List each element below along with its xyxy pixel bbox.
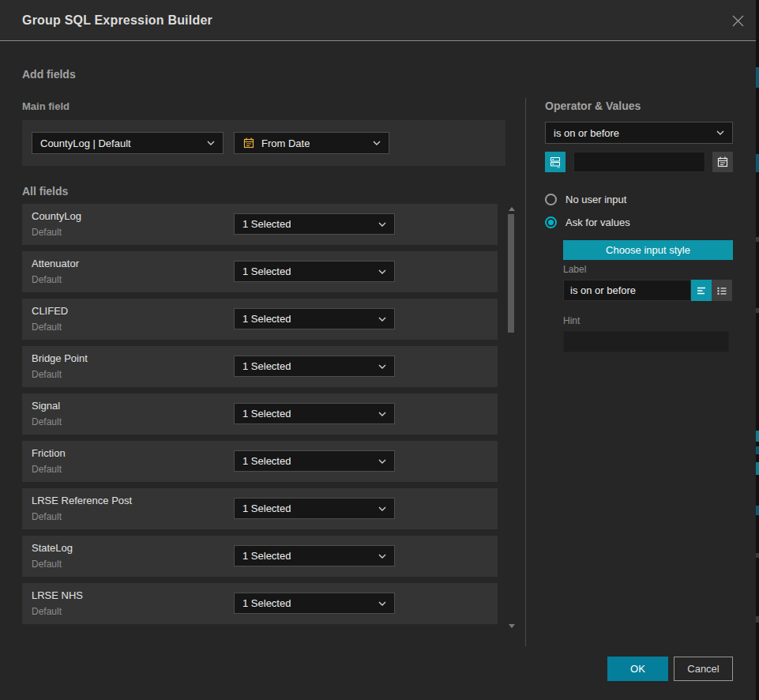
field-values-select[interactable]: 1 Selected — [234, 213, 395, 235]
chevron-down-icon — [378, 412, 386, 416]
field-subtitle: Default — [32, 511, 62, 522]
field-subtitle: Default — [32, 274, 62, 285]
field-row: CountyLog Default 1 Selected — [22, 204, 498, 245]
ok-button[interactable]: OK — [607, 657, 668, 681]
field-values-select-value: 1 Selected — [242, 313, 291, 325]
field-row: Friction Default 1 Selected — [22, 441, 498, 482]
calendar-icon — [242, 137, 255, 149]
field-name: CountyLog — [32, 210, 81, 222]
field-subtitle: Default — [32, 559, 62, 570]
field-name: LRSE Reference Post — [32, 495, 132, 506]
chevron-down-icon — [716, 130, 724, 135]
cancel-button[interactable]: Cancel — [674, 657, 733, 681]
field-row: LRSE Reference Post Default 1 Selected — [22, 488, 498, 529]
chevron-down-icon — [378, 601, 386, 606]
field-values-select[interactable]: 1 Selected — [234, 403, 395, 424]
field-row: CLIFED Default 1 Selected — [22, 299, 498, 340]
chevron-down-icon — [378, 269, 386, 274]
dialog-title: Group SQL Expression Builder — [22, 0, 212, 41]
unique-values-button[interactable] — [545, 152, 565, 172]
scrollbar-down-arrow[interactable] — [509, 624, 515, 628]
chevron-down-icon — [378, 506, 386, 511]
calendar-icon — [716, 156, 729, 168]
field-values-select-value: 1 Selected — [242, 218, 291, 230]
single-line-style-button[interactable] — [691, 280, 712, 301]
field-subtitle: Default — [32, 227, 62, 238]
field-name: Attenuator — [32, 258, 79, 269]
operator-select[interactable]: is on or before — [545, 122, 733, 144]
date-value-input[interactable] — [573, 152, 705, 172]
radio-ask-for-values[interactable]: Ask for values — [545, 216, 630, 228]
field-subtitle: Default — [32, 606, 62, 617]
label-caption: Label — [563, 264, 586, 275]
chevron-down-icon — [378, 459, 386, 464]
field-values-select-value: 1 Selected — [242, 360, 291, 372]
close-button[interactable] — [731, 13, 746, 28]
main-field-select[interactable]: From Date — [234, 132, 389, 154]
close-icon — [731, 13, 746, 28]
field-values-select[interactable]: 1 Selected — [234, 498, 395, 519]
list-style-button[interactable] — [712, 280, 732, 301]
field-subtitle: Default — [32, 369, 62, 380]
value-input-row — [545, 152, 733, 172]
chevron-down-icon — [378, 364, 386, 369]
field-values-select-value: 1 Selected — [242, 455, 291, 467]
main-field-select-value: From Date — [261, 137, 310, 149]
align-left-icon — [695, 284, 708, 297]
chevron-down-icon — [378, 554, 386, 559]
scrollbar-thumb[interactable] — [508, 214, 514, 333]
field-values-select[interactable]: 1 Selected — [234, 545, 395, 566]
field-row: LRSE NHS Default 1 Selected — [22, 583, 498, 624]
radio-label: Ask for values — [565, 216, 630, 228]
main-field-container: CountyLog | Default From Date — [22, 120, 505, 166]
scrollbar-up-arrow[interactable] — [509, 207, 515, 211]
radio-icon — [545, 194, 557, 205]
hint-input[interactable] — [563, 331, 729, 352]
main-layer-select[interactable]: CountyLog | Default — [32, 132, 224, 154]
hint-caption: Hint — [563, 315, 580, 326]
radio-no-user-input[interactable]: No user input — [545, 194, 626, 205]
field-name: StateLog — [32, 542, 73, 554]
operator-select-value: is on or before — [554, 127, 619, 139]
all-fields-list: CountyLog Default 1 Selected Attenuator … — [22, 204, 498, 630]
label-input-row — [563, 280, 732, 301]
field-values-select[interactable]: 1 Selected — [234, 356, 395, 377]
field-values-select[interactable]: 1 Selected — [234, 450, 395, 472]
main-field-label: Main field — [22, 100, 70, 112]
field-subtitle: Default — [32, 416, 62, 427]
chevron-down-icon — [373, 141, 381, 145]
field-values-select-value: 1 Selected — [242, 597, 291, 609]
date-picker-button[interactable] — [712, 152, 733, 172]
field-values-select-value: 1 Selected — [242, 265, 291, 277]
field-subtitle: Default — [32, 322, 62, 333]
field-name: LRSE NHS — [32, 589, 83, 601]
field-subtitle: Default — [32, 464, 62, 475]
group-sql-expression-builder-dialog: Group SQL Expression Builder Add fields … — [0, 0, 756, 700]
field-values-select[interactable]: 1 Selected — [234, 593, 395, 614]
all-fields-label: All fields — [22, 185, 68, 198]
field-row: Attenuator Default 1 Selected — [22, 251, 498, 292]
background-app-edge — [756, 0, 759, 700]
add-fields-heading: Add fields — [22, 68, 76, 81]
field-values-select-value: 1 Selected — [242, 502, 291, 514]
field-name: Friction — [32, 447, 66, 459]
label-input[interactable] — [563, 280, 691, 301]
bullet-list-icon — [716, 284, 728, 297]
chevron-down-icon — [378, 317, 386, 322]
field-name: Bridge Point — [32, 352, 88, 364]
field-row: StateLog Default 1 Selected — [22, 536, 498, 577]
field-name: CLIFED — [32, 305, 68, 317]
unique-values-icon — [549, 156, 562, 168]
field-values-select[interactable]: 1 Selected — [234, 261, 395, 282]
chevron-down-icon — [378, 222, 386, 227]
field-values-select-value: 1 Selected — [242, 408, 291, 420]
radio-label: No user input — [565, 194, 626, 205]
field-row: Signal Default 1 Selected — [22, 393, 498, 435]
chevron-down-icon — [207, 141, 215, 145]
choose-input-style-button[interactable]: Choose input style — [563, 240, 733, 260]
field-values-select[interactable]: 1 Selected — [234, 308, 395, 329]
field-values-select-value: 1 Selected — [242, 550, 291, 562]
main-layer-select-value: CountyLog | Default — [40, 137, 131, 149]
field-name: Signal — [32, 400, 60, 412]
dialog-header: Group SQL Expression Builder — [0, 0, 756, 41]
